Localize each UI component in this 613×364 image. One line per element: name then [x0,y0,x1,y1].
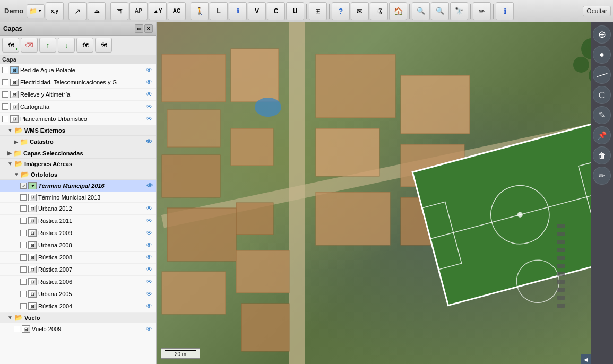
question-btn[interactable]: ? [332,2,350,20]
layer-item[interactable]: ⊟ Término Municipal 2013 [0,192,156,203]
visibility-toggle[interactable]: 👁 [144,289,154,299]
layer-tree[interactable]: ⊟ Red de Agua Potable 👁 ⊟ Electricidad, … [0,64,156,364]
visibility-toggle[interactable]: 👁 [144,253,154,262]
layer-item[interactable]: ⊟ Relieve y Altimetría 👁 [0,89,156,101]
layer-item[interactable]: ⊟ Rústica 2011 👁 [0,215,156,227]
layer-checkbox[interactable] [2,91,8,98]
search-extents-btn[interactable]: 🔍 [412,2,430,20]
home-btn[interactable]: 🏠 [389,2,407,20]
visibility-toggle[interactable]: 👁 [144,90,154,99]
info3-btn[interactable]: ℹ [496,2,514,20]
layer-item[interactable]: ⊟ Cartografía 👁 [0,101,156,113]
visibility-toggle[interactable]: 👁 [144,114,154,124]
email-btn[interactable]: ✉ [351,2,369,20]
person-btn[interactable]: 🚶 [191,2,209,20]
visibility-toggle[interactable]: 👁 [144,228,154,238]
group-header[interactable]: ▼ 📂 Vuelo [0,313,156,323]
point-tool-btn[interactable]: ● [593,46,611,64]
layer-item[interactable]: ⊟ Red de Agua Potable 👁 [0,64,156,76]
map-area[interactable]: 20 m ◀ [157,22,591,364]
group-header[interactable]: ▼ 📂 Imágenes Aéreas [0,159,156,169]
layer-item[interactable]: ⊟ Rústica 2008 👁 [0,252,156,264]
layer-checkbox[interactable] [2,116,8,122]
move-tool-btn[interactable]: ⊕ [593,25,611,44]
layer-item[interactable]: ⊟ Vuelo 2009 👁 [0,323,156,335]
group-header[interactable]: ▶ 📁 Catastro 👁 [0,136,156,148]
layer-item[interactable]: ⊟ Urbana 2012 👁 [0,203,156,215]
delete-tool-btn[interactable]: 🗑 [593,146,611,164]
pencil-tool-btn[interactable]: ✏ [473,2,491,20]
move-up-btn[interactable]: ↑ [39,38,56,53]
layer-checkbox[interactable] [20,242,27,248]
ac-btn[interactable]: AC [168,2,186,20]
layer-item[interactable]: ⊟ Planeamiento Urbanístico 👁 [0,113,156,125]
layer-checkbox[interactable] [20,194,27,201]
v-btn[interactable]: V [248,2,266,20]
layer-item[interactable]: ⊟ Electricidad, Telecomunicaciones y G 👁 [0,76,156,89]
folder-dropdown[interactable]: 📁 ▼ [27,4,45,18]
layer-checkbox[interactable] [20,230,27,236]
layer-checkbox[interactable] [20,183,27,189]
layer-item[interactable]: ⊟ Rústica 2004 👁 [0,300,156,313]
layer-checkbox[interactable] [20,266,27,273]
polygon-tool-btn[interactable]: ⬡ [593,86,611,104]
visibility-toggle[interactable]: 👁 [144,137,154,146]
zoom-in-btn[interactable]: 🔍 [431,2,449,20]
layer-item[interactable]: ⊟ Rústica 2009 👁 [0,227,156,239]
layer-checkbox[interactable] [2,67,8,73]
arrow-btn[interactable]: ↗ [68,2,87,20]
zoom-out-btn[interactable]: 🔭 [450,2,468,20]
layer-item-selected[interactable]: ✦ Término Municipal 2016 👁 [0,180,156,192]
layer-style2-btn[interactable]: 🗺 [95,38,112,53]
edit-tool-btn[interactable]: ✎ [593,106,611,124]
layer-checkbox[interactable] [20,303,27,309]
zoom-btn[interactable]: AP [129,2,148,20]
group-header[interactable]: ▼ 📂 Ortofotos [0,169,156,180]
erase-btn[interactable]: ⌫ [21,38,38,53]
layer-item[interactable]: ⊟ Urbana 2008 👁 [0,239,156,252]
layer-style1-btn[interactable]: 🗺 [76,38,93,53]
visibility-toggle[interactable]: 👁 [144,265,154,274]
layer-item[interactable]: ⊟ Rústica 2006 👁 [0,276,156,288]
visibility-toggle[interactable]: 👁 [144,65,154,75]
layer-checkbox[interactable] [20,254,27,261]
visibility-toggle[interactable]: 👁 [144,181,154,190]
text2-btn[interactable]: ▲Y [149,2,167,20]
group-header[interactable]: ▼ 📂 WMS Externos [0,125,156,136]
line-tool-btn[interactable]: ╱ [593,66,611,84]
visibility-toggle[interactable]: 👁 [144,216,154,226]
layer-checkbox[interactable] [2,79,8,85]
layer-item[interactable]: ⊟ Rústica 2007 👁 [0,264,156,276]
c-btn[interactable]: C [267,2,285,20]
visibility-toggle[interactable]: 👁 [144,77,154,87]
layer-checkbox[interactable] [20,291,27,297]
layer-checkbox[interactable] [20,205,27,212]
visibility-toggle[interactable]: 👁 [144,240,154,250]
capas-close-btn[interactable]: ✕ [144,24,153,33]
draw-tool-btn[interactable]: ✏ [593,167,611,185]
info-btn[interactable]: ℹ [229,2,247,20]
pin-tool-btn[interactable]: 📌 [593,126,611,144]
columns-btn[interactable]: ⛩ [110,2,128,20]
group-header[interactable]: ▶ 📁 Capas Seleccionadas [0,148,156,159]
layer-item[interactable]: ⊟ Urbana 2005 👁 [0,288,156,300]
capas-restore-btn[interactable]: ▭ [135,24,143,33]
collapse-map-btn[interactable]: ◀ [581,354,591,364]
coordinate-btn[interactable]: x,y [46,2,64,20]
u-btn[interactable]: U [286,2,304,20]
layer-checkbox[interactable] [20,218,27,224]
visibility-toggle[interactable]: 👁 [144,277,154,287]
add-layer-btn[interactable]: 🗺 + [2,38,19,53]
visibility-toggle[interactable]: 👁 [144,324,154,334]
layer-checkbox[interactable] [20,279,27,285]
print-btn[interactable]: 🖨 [370,2,388,20]
l-btn[interactable]: L [210,2,228,20]
move-down-btn[interactable]: ↓ [58,38,75,53]
visibility-toggle[interactable]: 👁 [144,301,154,311]
layers-btn[interactable]: ⊞ [309,2,327,20]
layer-checkbox[interactable] [2,103,8,110]
ocultar-button[interactable]: Ocultar [583,6,611,16]
profile-btn[interactable]: ⛰ [88,2,106,20]
layer-checkbox[interactable] [14,326,20,332]
visibility-toggle[interactable]: 👁 [144,102,154,111]
